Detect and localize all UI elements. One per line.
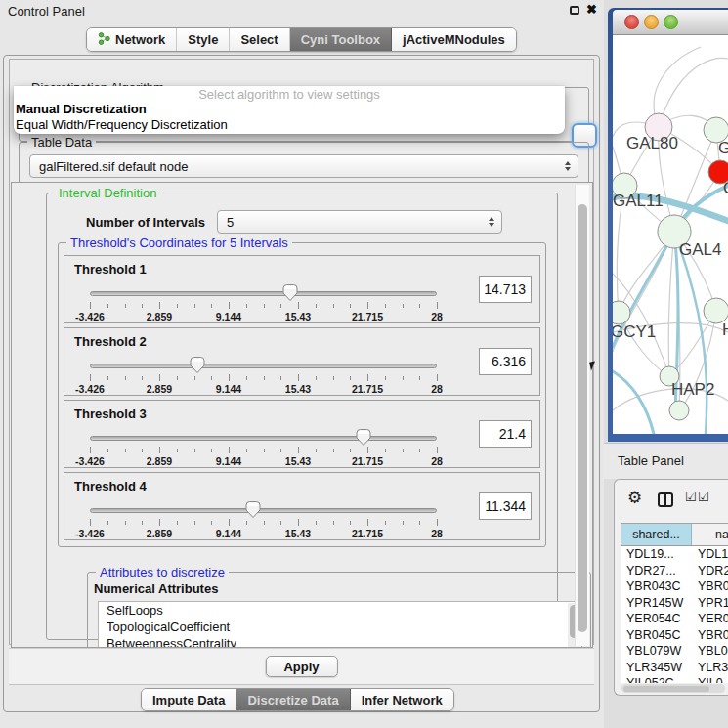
cell-shared-name[interactable]: YBR043C [621,578,692,595]
threshold-value-field[interactable] [479,276,532,303]
tab-impute-data[interactable]: Impute Data [142,689,236,710]
threshold-value-field[interactable] [479,348,532,375]
network-window-titlebar[interactable] [613,10,728,35]
cell-name[interactable]: YDL1 [692,546,728,563]
slider-tick-label: -3.426 [75,528,105,539]
tab-select[interactable]: Select [230,28,289,51]
slider-tick-label: -3.426 [75,455,105,467]
slider-tick [280,449,281,452]
slider-tick-labels: -3.4262.8599.14415.4321.71528 [90,383,437,395]
slider-tick [90,374,91,381]
number-of-intervals-combobox[interactable]: 5 [217,210,502,234]
cell-name[interactable]: YBR0 [692,627,728,644]
threshold-slider[interactable]: -3.4262.8599.14415.4321.71528 [90,281,437,322]
slider-track[interactable] [90,508,437,513]
threshold-value-field[interactable] [479,420,532,448]
gear-icon[interactable]: ⚙ [627,490,642,506]
table-row[interactable]: YBR045CYBR0 [621,627,728,644]
apply-button[interactable]: Apply [265,656,337,677]
table-row[interactable]: YDR27...YDR2 [621,563,728,579]
column-header-name[interactable]: na [692,524,728,545]
tab-network[interactable]: Network [87,28,177,51]
cell-name[interactable]: YBR0 [692,578,728,595]
cell-shared-name[interactable]: YLR345W [621,660,692,676]
network-edge[interactable] [668,232,674,376]
dropdown-item-equal-width-frequency[interactable]: Equal Width/Frequency Discretization [14,117,565,133]
cell-shared-name[interactable]: YPR145W [621,595,692,612]
cell-shared-name[interactable]: YIL052C [621,675,692,683]
threshold-value-field[interactable] [479,492,532,520]
table-horizontal-scrollbar[interactable] [621,684,725,693]
table-data-combobox[interactable]: galFiltered.sif default node [29,154,578,178]
cell-shared-name[interactable]: YDR27... [621,563,692,579]
slider-tick-label: 28 [431,311,443,322]
columns-icon[interactable] [658,492,673,507]
slider-tick [107,449,108,452]
slider-thumb[interactable] [281,283,299,302]
numerical-attributes-list[interactable]: SelfLoopsTopologicalCoefficientBetweenne… [98,601,582,648]
slider-thumb[interactable] [189,356,206,374]
slider-tick [142,449,143,452]
cell-name[interactable]: YDR2 [692,563,728,579]
tab-label: Infer Network [362,693,443,707]
slider-track[interactable] [90,291,437,296]
slider-tick [298,302,299,309]
cell-name[interactable]: YPR1 [692,595,728,612]
table-row[interactable]: YBL079WYBL0 [621,643,728,660]
network-node-label: HAP2 [671,380,714,399]
table-row[interactable]: YPR145WYPR1 [621,595,728,612]
slider-track[interactable] [90,364,437,368]
attribute-list-item[interactable]: SelfLoops [99,602,581,619]
table-scrollbar-thumb[interactable] [623,686,709,692]
close-icon[interactable]: ✖ [586,2,597,17]
threshold-slider[interactable]: -3.4262.8599.14415.4321.71528 [90,426,437,467]
table-row[interactable]: YDL19...YDL1 [621,546,728,563]
slider-tick-label: 28 [431,528,443,539]
cell-name[interactable]: YBL0 [692,643,728,660]
tab-cyni-toolbox[interactable]: Cyni Toolbox [290,28,392,51]
zoom-traffic-light[interactable] [664,15,678,29]
threshold-label: Threshold 2 [74,334,147,349]
tab-infer-network[interactable]: Infer Network [351,689,453,710]
slider-ticks [90,518,437,527]
attribute-list-item[interactable]: BetweennessCentrality [99,635,581,648]
network-edge-highlighted[interactable] [613,371,654,434]
table-row[interactable]: YIL052CYIL0 [621,675,728,683]
minimize-traffic-light[interactable] [644,15,659,29]
cell-shared-name[interactable]: YER054C [621,611,692,627]
slider-track[interactable] [90,436,437,441]
float-window-icon[interactable] [570,6,579,15]
cell-shared-name[interactable]: YDL19... [621,546,692,563]
checkbox-icon[interactable]: ☑ [685,491,697,503]
settings-scrollbar-thumb[interactable] [578,204,587,632]
slider-thumb[interactable] [355,428,372,447]
cell-shared-name[interactable]: YBR045C [621,627,692,644]
threshold-slider[interactable]: -3.4262.8599.14415.4321.71528 [90,354,437,395]
node-table[interactable]: shared... na YDL19...YDL1YDR27...YDR2YBR… [621,523,728,683]
tab-style[interactable]: Style [177,28,230,51]
slider-tick [159,374,160,381]
cell-name[interactable]: YLR3 [692,660,728,676]
network-canvas[interactable]: GAL80GCGAL11GAL4GCY1HHAP2 [613,35,728,434]
slider-thumb[interactable] [244,500,262,519]
table-row[interactable]: YBR043CYBR0 [621,578,728,595]
dropdown-item-manual-discretization[interactable]: Manual Discretization [14,102,565,117]
column-header-shared-name[interactable]: shared... [621,524,692,545]
thresholds-group: Threshold's Coordinates for 5 Intervals … [58,242,546,547]
network-node[interactable] [669,401,689,420]
tab-discretize-data[interactable]: Discretize Data [236,689,350,710]
table-row[interactable]: YLR345WYLR3 [621,660,728,676]
checkbox-icon[interactable]: ☑ [698,491,709,503]
table-row[interactable]: YER054CYER0 [621,611,728,627]
cell-shared-name[interactable]: YBL079W [621,643,692,660]
network-view-window: GAL80GCGAL11GAL4GCY1HHAP2 [608,8,728,442]
cell-name[interactable]: YIL0 [692,675,728,683]
tab-jactivemnodules[interactable]: jActiveMNodules [392,28,516,51]
attribute-list-item[interactable]: TopologicalCoefficient [99,619,581,635]
cell-name[interactable]: YER0 [692,611,728,627]
combo-arrows-icon [565,161,571,171]
threshold-slider[interactable]: -3.4262.8599.14415.4321.71528 [90,498,437,539]
network-icon [98,32,110,48]
settings-scrollbar[interactable] [575,185,589,646]
close-traffic-light[interactable] [624,15,639,29]
